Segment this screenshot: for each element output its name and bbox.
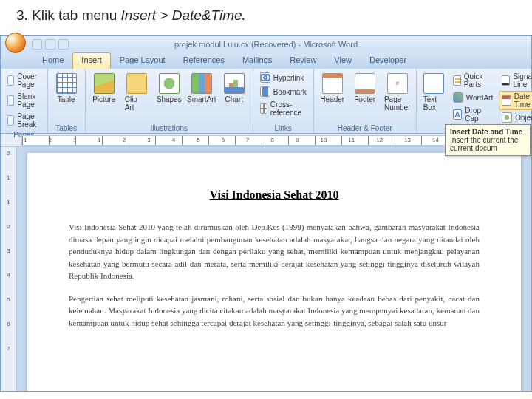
drop-cap-icon: A [453, 109, 463, 120]
group-tables: Table Tables [48, 69, 86, 133]
title-bar: projek modul Lulu.cx (Recovered) - Micro… [1, 36, 531, 52]
page-break-icon [7, 115, 14, 126]
table-button[interactable]: Table [52, 71, 81, 123]
chart-button[interactable]: Chart [219, 71, 249, 123]
doc-paragraph: Pengertian sehat meliputi kesehatan jasm… [69, 293, 480, 330]
page-break-button[interactable]: Page Break [4, 111, 44, 130]
hyperlink-button[interactable]: Hyperlink [257, 71, 310, 84]
smartart-button[interactable]: SmartArt [187, 71, 216, 123]
shapes-button[interactable]: Shapes [154, 71, 184, 123]
tab-page-layout[interactable]: Page Layout [111, 52, 174, 69]
smartart-icon [191, 73, 212, 94]
text-box-icon [423, 73, 444, 94]
group-pages: Cover Page Blank Page Page Break Pages [1, 69, 48, 133]
wordart-button[interactable]: WordArt [450, 91, 497, 104]
header-button[interactable]: Header [318, 71, 347, 123]
date-time-button[interactable]: Date & Time [499, 91, 532, 110]
doc-paragraph: Visi Indonesia Sehat 2010 yang telah dir… [69, 221, 480, 282]
chart-icon [224, 73, 245, 94]
text-box-button[interactable]: Text Box [420, 71, 447, 124]
shapes-icon [159, 73, 180, 94]
blank-page-button[interactable]: Blank Page [4, 91, 44, 110]
footer-button[interactable]: Footer [350, 71, 380, 123]
word-window: projek modul Lulu.cx (Recovered) - Micro… [0, 35, 532, 392]
save-icon[interactable] [32, 39, 42, 50]
page-number-icon: # [387, 73, 408, 94]
wordart-icon [453, 92, 463, 103]
footer-icon [355, 73, 375, 94]
cover-page-button[interactable]: Cover Page [4, 71, 44, 90]
quick-access-toolbar [32, 39, 69, 50]
page-number-button[interactable]: #Page Number [383, 71, 412, 123]
ribbon-tabs: Home Insert Page Layout References Maili… [1, 52, 531, 69]
cover-page-icon [7, 75, 14, 86]
signature-line-button[interactable]: Signature Line [499, 71, 532, 90]
group-label: Links [257, 123, 310, 132]
signature-icon [502, 75, 510, 86]
group-illustrations: Picture Clip Art Shapes SmartArt Chart I… [86, 69, 253, 133]
date-time-tooltip: Insert Date and Time Insert the current … [445, 124, 531, 156]
group-label: Header & Footer [318, 123, 412, 132]
group-label: Tables [52, 123, 81, 132]
cross-ref-button[interactable]: Cross-reference [257, 99, 310, 118]
tab-developer[interactable]: Developer [361, 52, 415, 69]
table-icon [56, 73, 77, 94]
clipart-button[interactable]: Clip Art [122, 71, 151, 123]
object-icon [502, 112, 512, 123]
undo-icon[interactable] [45, 39, 55, 50]
office-button[interactable] [5, 33, 26, 53]
picture-button[interactable]: Picture [89, 71, 119, 123]
date-time-icon [502, 95, 511, 106]
object-button[interactable]: Object [499, 111, 532, 124]
quick-parts-button[interactable]: Quick Parts [450, 71, 497, 90]
document-area: 211234567 Visi Indonesia Sehat 2010 Visi… [1, 147, 531, 391]
quick-parts-icon [453, 75, 461, 86]
hyperlink-icon [260, 72, 270, 83]
page-scroll-area[interactable]: Visi Indonesia Sehat 2010 Visi Indonesia… [17, 147, 531, 391]
tab-home[interactable]: Home [33, 52, 72, 69]
document-page[interactable]: Visi Indonesia Sehat 2010 Visi Indonesia… [27, 153, 521, 391]
tab-mailings[interactable]: Mailings [233, 52, 281, 69]
tab-view[interactable]: View [325, 52, 361, 69]
redo-icon[interactable] [58, 39, 69, 50]
clipart-icon [126, 73, 147, 94]
vertical-ruler[interactable]: 211234567 [1, 147, 17, 391]
window-title: projek modul Lulu.cx (Recovered) - Micro… [174, 40, 358, 49]
tab-review[interactable]: Review [281, 52, 325, 69]
tab-insert[interactable]: Insert [72, 52, 111, 69]
group-links: Hyperlink Bookmark Cross-reference Links [253, 69, 314, 133]
instruction-text: 3. Klik tab menu Insert > Date&Time. [0, 0, 532, 35]
group-label: Illustrations [89, 123, 249, 132]
picture-icon [94, 73, 115, 94]
group-text: Text Box Quick Parts WordArt ADrop Cap S… [417, 69, 532, 133]
bookmark-button[interactable]: Bookmark [257, 85, 310, 98]
cross-ref-icon [260, 103, 267, 114]
bookmark-icon [260, 86, 270, 97]
doc-title: Visi Indonesia Sehat 2010 [69, 188, 480, 202]
drop-cap-button[interactable]: ADrop Cap [450, 105, 497, 124]
group-header-footer: Header Footer #Page Number Header & Foot… [314, 69, 417, 133]
header-icon [322, 73, 343, 94]
tab-references[interactable]: References [174, 52, 233, 69]
blank-page-icon [7, 95, 14, 106]
